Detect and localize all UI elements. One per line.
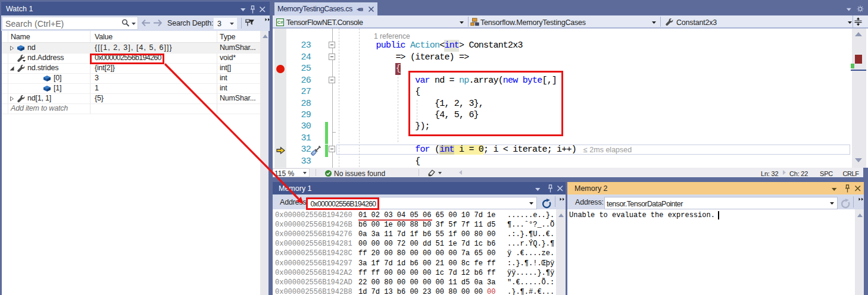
svg-text:C#: C# [277,20,283,25]
